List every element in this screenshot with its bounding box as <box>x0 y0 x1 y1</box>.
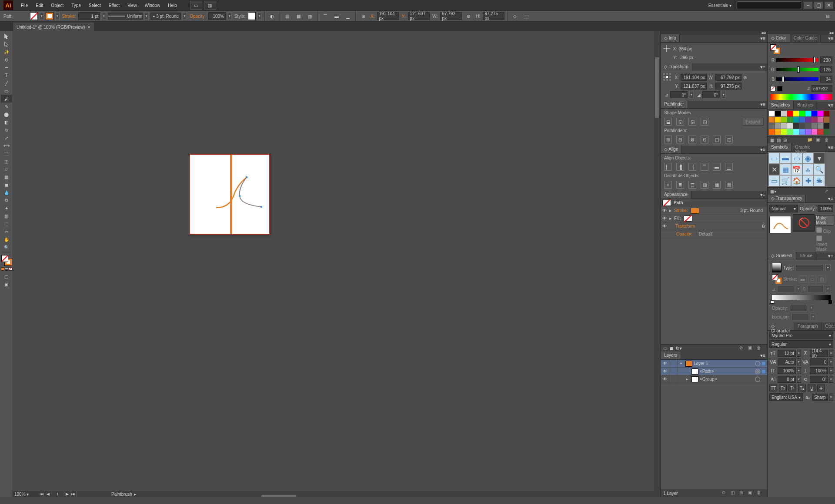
symbol-item[interactable]: ▭ <box>768 153 780 164</box>
baseline[interactable]: 0 pt <box>778 376 796 383</box>
symbol-item[interactable]: 🛒 <box>780 175 791 186</box>
pathfinder-tab[interactable]: Pathfinder <box>661 100 688 108</box>
transform-link[interactable]: Transform <box>675 224 695 229</box>
menu-window[interactable]: Window <box>141 1 164 10</box>
graph-tool[interactable]: ▥ <box>1 212 12 220</box>
lock-icon[interactable] <box>669 360 678 367</box>
hscale[interactable]: 100% <box>810 367 828 374</box>
perspective-tool[interactable]: ▱ <box>1 165 12 173</box>
align-right-icon[interactable]: ▥ <box>305 11 315 21</box>
swatch[interactable] <box>799 123 805 129</box>
symbol-lib-icon[interactable]: ▦▾ <box>770 189 776 194</box>
opacity-dd[interactable]: ▾ <box>227 12 232 20</box>
align-center-icon[interactable]: ▦ <box>294 11 304 21</box>
arrange-icon[interactable]: ▥ <box>204 1 216 10</box>
new-stroke-icon[interactable]: ▭ <box>663 346 667 351</box>
opacity-label[interactable]: Opacity: <box>189 14 207 19</box>
symbol-break-icon[interactable]: ✕ <box>768 164 780 175</box>
leading[interactable]: (14.4 pt) <box>810 350 828 357</box>
link-icon[interactable]: ⊘ <box>743 75 747 80</box>
align-bottom-obj-icon[interactable]: ▁ <box>725 163 733 171</box>
info-menu-icon[interactable]: ▾≡ <box>758 35 767 42</box>
close-tab-icon[interactable]: × <box>87 24 90 30</box>
swatch[interactable] <box>824 129 829 135</box>
width-tool[interactable]: ⟷ <box>1 142 12 149</box>
swatch[interactable] <box>775 111 781 116</box>
color-tab[interactable]: ◇ Color <box>768 34 790 42</box>
blend-tool[interactable]: ⧉ <box>1 196 12 204</box>
align-vcenter-icon[interactable]: ▬ <box>713 163 721 171</box>
free-transform-tool[interactable]: ⬚ <box>1 149 12 157</box>
swatch[interactable] <box>824 123 829 129</box>
kerning[interactable]: Auto <box>778 358 796 365</box>
dist-left-icon[interactable]: ▥ <box>701 181 708 189</box>
opacity-link[interactable]: Opacity: <box>676 232 692 236</box>
stroke-weight-input[interactable]: 1 pt <box>78 12 100 20</box>
swatch[interactable] <box>812 129 817 135</box>
minimize-button[interactable]: − <box>804 2 812 9</box>
document-tab[interactable]: Untitled-1* @ 100% (RGB/Preview) × <box>13 23 94 31</box>
exclude-icon[interactable]: ◳ <box>701 118 708 126</box>
shape-icon[interactable]: ◇ <box>510 11 520 21</box>
canvas-paths[interactable] <box>190 155 271 235</box>
blob-brush-tool[interactable]: ⬤ <box>1 110 12 118</box>
fx-icon[interactable]: fx <box>762 224 765 229</box>
eye-icon-2[interactable]: 👁 <box>662 216 667 221</box>
dist-top-icon[interactable]: ≡ <box>664 181 672 189</box>
slice-tool[interactable]: ✂ <box>1 228 12 235</box>
swatch[interactable] <box>769 129 775 135</box>
duplicate-icon[interactable]: ▣ <box>748 345 754 351</box>
symbol-item[interactable]: 🏠 <box>791 175 802 186</box>
trans-mask[interactable]: 🚫 <box>793 214 815 232</box>
color-mode-swatches[interactable] <box>1 267 12 271</box>
swatch[interactable] <box>805 123 811 129</box>
stroke-weight-dd[interactable]: ▾ <box>102 12 106 20</box>
clear-appearance-icon[interactable]: ⊘ <box>739 345 745 351</box>
align-tab[interactable]: ◇ Align <box>661 146 682 153</box>
last-artboard-icon[interactable]: ⏭ <box>70 491 77 497</box>
scroll-thumb-v[interactable] <box>655 57 659 118</box>
transform-y[interactable]: 121.637 px <box>681 83 707 90</box>
swatch[interactable] <box>805 117 811 123</box>
screen-mode-2-tool[interactable]: ▣ <box>1 280 12 288</box>
swatch-lib-icon[interactable]: ▦ <box>770 138 774 143</box>
gradient-stroke-tab[interactable]: Stroke <box>796 252 816 260</box>
menu-edit[interactable]: Edit <box>32 1 47 10</box>
swatch[interactable] <box>818 117 823 123</box>
graphic-styles-tab[interactable]: Graphic Styles <box>792 143 826 151</box>
minus-back-icon[interactable]: ◰ <box>725 136 733 143</box>
trans-opacity[interactable]: 100% <box>818 205 833 212</box>
superscript-icon[interactable]: T¹ <box>788 385 796 391</box>
panel-toggle-icon[interactable]: ⊟ <box>823 11 832 21</box>
gradient-type-dd[interactable] <box>795 264 824 271</box>
strike-icon[interactable]: T̶ <box>817 385 825 391</box>
swatch[interactable] <box>793 117 799 123</box>
language-dd[interactable]: English: USA▾ <box>769 393 803 401</box>
stroke-thumb[interactable] <box>691 208 699 214</box>
menu-view[interactable]: View <box>124 1 140 10</box>
transform-x[interactable]: 191.104 px <box>681 74 707 81</box>
color-spectrum[interactable] <box>770 94 832 100</box>
symbol-item[interactable]: ✚ <box>802 175 814 186</box>
gradient-tool[interactable]: ◼ <box>1 181 12 189</box>
menu-effect[interactable]: Effect <box>105 1 123 10</box>
path-name[interactable]: <Path> <box>700 369 714 374</box>
menu-file[interactable]: File <box>17 1 31 10</box>
make-mask-button[interactable]: Make Mask <box>815 215 834 225</box>
swatch[interactable] <box>793 129 799 135</box>
align-hcenter-icon[interactable]: ▐ <box>676 163 684 171</box>
symbol-item[interactable]: ▬ <box>780 153 791 164</box>
swatch[interactable] <box>787 111 793 116</box>
swatch[interactable] <box>787 129 793 135</box>
menu-select[interactable]: Select <box>85 1 104 10</box>
profile-dd[interactable]: ▾ <box>144 12 149 20</box>
layer-name[interactable]: Layer 1 <box>694 361 708 366</box>
new-swatch-icon[interactable]: ▣ <box>816 137 822 143</box>
eye-icon[interactable]: 👁 <box>662 208 667 213</box>
fill-link[interactable]: Fill: <box>674 216 681 221</box>
subscript-icon[interactable]: T₁ <box>798 385 806 391</box>
swatch[interactable] <box>805 129 811 135</box>
swatch[interactable] <box>769 111 775 116</box>
opentype-tab[interactable]: OpenType <box>822 322 835 330</box>
maximize-button[interactable]: ▢ <box>814 2 823 9</box>
